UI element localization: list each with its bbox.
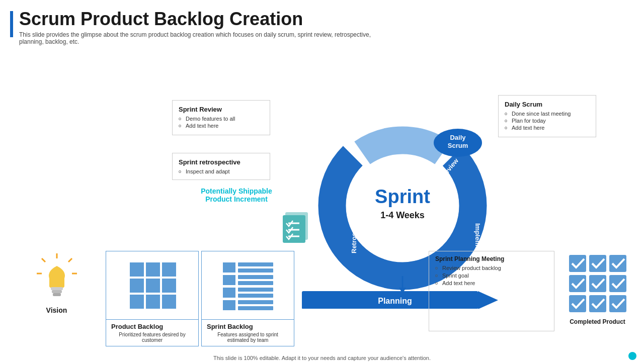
vision-column: Vision (8, 251, 106, 314)
daily-scrum-box: Daily Scrum Done since last meeting Plan… (498, 95, 596, 137)
svg-rect-27 (52, 290, 62, 293)
svg-rect-44 (223, 288, 235, 298)
svg-rect-42 (238, 275, 273, 279)
footer-text: This slide is 100% editable. Adapt it to… (213, 355, 431, 361)
sprint-planning-column: Sprint Planning Meeting o Review product… (429, 251, 554, 331)
svg-rect-26 (51, 287, 63, 290)
svg-rect-46 (238, 294, 273, 298)
svg-rect-55 (609, 275, 626, 292)
product-backlog-title: Product Backlog (111, 323, 193, 330)
title-text: Scrum Product Backlog Creation This slid… (19, 9, 371, 45)
svg-rect-51 (589, 255, 606, 272)
subtitle: This slide provides the glimpse about th… (19, 31, 371, 45)
svg-rect-37 (162, 295, 176, 309)
svg-rect-52 (609, 255, 626, 272)
shippable-line1: Potentially Shippable (186, 187, 287, 195)
svg-rect-39 (238, 262, 273, 266)
completed-icon (565, 251, 630, 316)
svg-rect-32 (130, 279, 144, 293)
spm-item-1: o Review product backlog (435, 265, 548, 271)
svg-rect-41 (223, 275, 235, 285)
sprint-review-list: Demo features to all Add text here (179, 116, 264, 129)
svg-line-22 (42, 258, 45, 262)
sprint-backlog-column: Sprint Backlog Features assigned to spri… (201, 251, 294, 346)
svg-rect-47 (223, 300, 235, 310)
sprint-planning-title: Sprint Planning Meeting (435, 255, 548, 262)
product-backlog-desc: Prioritized features desired by customer (111, 332, 193, 343)
svg-text:Daily: Daily (450, 134, 466, 141)
svg-text:1-4 Weeks: 1-4 Weeks (380, 210, 425, 220)
svg-rect-45 (238, 288, 273, 292)
title-bar: Scrum Product Backlog Creation This slid… (0, 0, 644, 47)
svg-rect-28 (53, 293, 61, 296)
sprint-planning-list: o Review product backlog o Sprint goal o… (435, 265, 548, 286)
svg-rect-43 (238, 281, 273, 285)
vision-label: Vision (46, 306, 67, 314)
svg-rect-33 (146, 279, 160, 293)
svg-rect-50 (569, 255, 586, 272)
svg-rect-54 (589, 275, 606, 292)
footer: This slide is 100% editable. Adapt it to… (0, 353, 644, 362)
daily-scrum-list: Done since last meeting Plan for today A… (505, 111, 590, 131)
svg-rect-36 (146, 295, 160, 309)
product-backlog-icon (125, 257, 180, 313)
completed-label: Completed Product (570, 318, 625, 325)
sprint-review-item-2: Add text here (179, 123, 264, 129)
sprint-backlog-icon (218, 257, 278, 313)
svg-rect-30 (146, 262, 160, 277)
sprint-retro-list: Inspect and adapt (179, 168, 264, 174)
product-backlog-icon-area (106, 251, 198, 319)
daily-scrum-item-2: Plan for today (505, 118, 590, 124)
sprint-backlog-title: Sprint Backlog (207, 323, 289, 330)
svg-rect-31 (162, 262, 176, 277)
svg-line-23 (68, 258, 72, 262)
svg-text:Scrum: Scrum (448, 142, 468, 149)
svg-rect-49 (238, 306, 273, 310)
footer-dot (628, 352, 636, 360)
sprint-review-heading: Sprint Review (179, 106, 264, 113)
daily-scrum-item-1: Done since last meeting (505, 111, 590, 117)
completed-column: Completed Product (558, 251, 636, 325)
product-backlog-text: Product Backlog Prioritized features des… (106, 319, 198, 346)
product-backlog-column: Product Backlog Prioritized features des… (106, 251, 199, 346)
title-accent (10, 11, 13, 37)
daily-scrum-heading: Daily Scrum (505, 101, 590, 108)
sprint-retro-item-1: Inspect and adapt (179, 168, 264, 174)
vision-icon (32, 251, 82, 306)
svg-rect-53 (569, 275, 586, 292)
main-content: Sprint Review Demo features to all Add t… (0, 47, 644, 362)
svg-rect-35 (130, 295, 144, 309)
svg-rect-48 (238, 300, 273, 304)
sprint-retro-box: Sprint retrospective Inspect and adapt (172, 153, 270, 180)
svg-rect-58 (609, 295, 626, 312)
daily-scrum-item-3: Add text here (505, 125, 590, 131)
spm-item-3: o Add text here (435, 280, 548, 286)
svg-rect-56 (569, 295, 586, 312)
svg-rect-34 (162, 279, 176, 293)
svg-rect-57 (589, 295, 606, 312)
svg-rect-40 (238, 268, 273, 273)
sprint-backlog-icon-area (202, 251, 294, 319)
main-title: Scrum Product Backlog Creation (19, 9, 371, 29)
sprint-backlog-desc: Features assigned to sprint estimated by… (207, 332, 289, 343)
sprint-review-box: Sprint Review Demo features to all Add t… (172, 100, 270, 135)
svg-text:Retrospect: Retrospect (350, 219, 358, 253)
bottom-row: Vision Product Backlog (0, 251, 644, 346)
svg-rect-38 (223, 262, 235, 273)
sprint-review-item-1: Demo features to all (179, 116, 264, 122)
spm-item-2: o Sprint goal (435, 273, 548, 279)
sprint-retro-heading: Sprint retrospective (179, 158, 264, 166)
svg-rect-29 (130, 262, 144, 277)
svg-text:Sprint: Sprint (375, 186, 430, 207)
shippable-label: Potentially Shippable Product Increment (186, 187, 287, 203)
shippable-line2: Product Increment (186, 195, 287, 203)
sprint-backlog-text: Sprint Backlog Features assigned to spri… (202, 319, 294, 346)
